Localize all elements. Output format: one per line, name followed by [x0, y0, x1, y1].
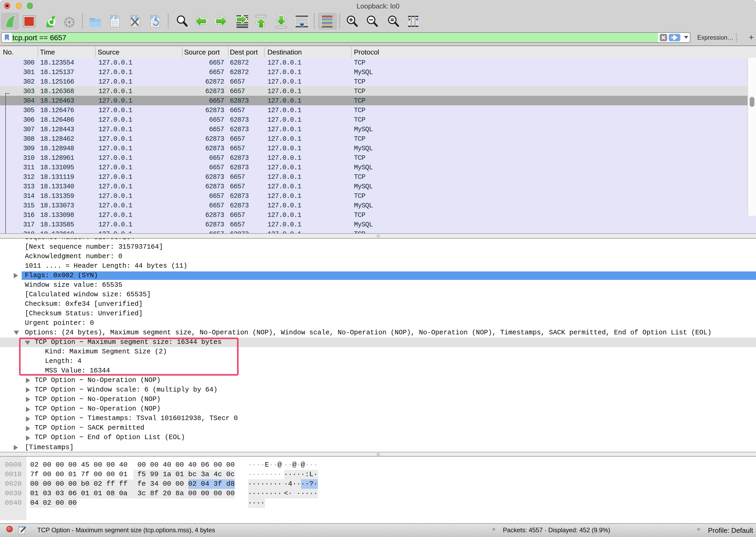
svg-text:01110: 01110 [112, 24, 118, 27]
svg-text:01010: 01010 [112, 21, 118, 22]
